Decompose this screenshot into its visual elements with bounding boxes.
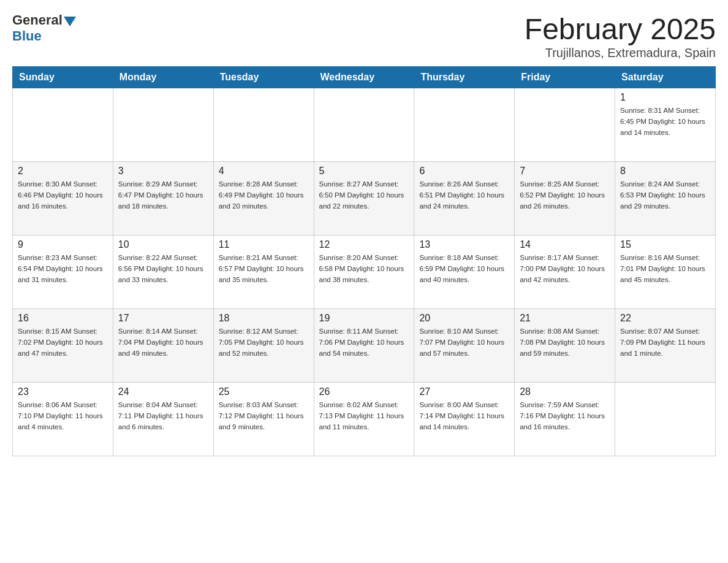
col-tuesday: Tuesday [213, 67, 314, 88]
day-number: 10 [118, 239, 208, 250]
day-number: 17 [118, 313, 208, 324]
table-row [314, 88, 414, 162]
day-info: Sunrise: 8:06 AM Sunset: 7:10 PM Dayligh… [18, 400, 108, 432]
logo-arrow-icon [64, 17, 76, 26]
day-info: Sunrise: 8:15 AM Sunset: 7:02 PM Dayligh… [18, 326, 108, 359]
day-info: Sunrise: 8:16 AM Sunset: 7:01 PM Dayligh… [620, 253, 710, 285]
table-row: 8Sunrise: 8:24 AM Sunset: 6:53 PM Daylig… [615, 162, 716, 236]
day-number: 16 [18, 313, 108, 324]
calendar-week-row: 9Sunrise: 8:23 AM Sunset: 6:54 PM Daylig… [13, 236, 716, 309]
table-row: 3Sunrise: 8:29 AM Sunset: 6:47 PM Daylig… [113, 162, 213, 236]
day-number: 15 [620, 239, 710, 250]
day-number: 22 [620, 313, 710, 324]
day-info: Sunrise: 8:00 AM Sunset: 7:14 PM Dayligh… [419, 400, 509, 432]
table-row: 27Sunrise: 8:00 AM Sunset: 7:14 PM Dayli… [414, 383, 515, 456]
table-row: 13Sunrise: 8:18 AM Sunset: 6:59 PM Dayli… [414, 236, 515, 309]
day-info: Sunrise: 8:17 AM Sunset: 7:00 PM Dayligh… [520, 253, 610, 285]
day-info: Sunrise: 8:21 AM Sunset: 6:57 PM Dayligh… [219, 253, 309, 285]
day-info: Sunrise: 8:03 AM Sunset: 7:12 PM Dayligh… [219, 400, 309, 432]
day-info: Sunrise: 8:27 AM Sunset: 6:50 PM Dayligh… [319, 179, 409, 212]
table-row: 21Sunrise: 8:08 AM Sunset: 7:08 PM Dayli… [515, 309, 615, 383]
day-number: 27 [419, 386, 509, 397]
day-info: Sunrise: 8:28 AM Sunset: 6:49 PM Dayligh… [219, 179, 309, 212]
day-info: Sunrise: 8:07 AM Sunset: 7:09 PM Dayligh… [620, 326, 710, 359]
table-row: 20Sunrise: 8:10 AM Sunset: 7:07 PM Dayli… [414, 309, 515, 383]
day-number: 14 [520, 239, 610, 250]
day-info: Sunrise: 7:59 AM Sunset: 7:16 PM Dayligh… [520, 400, 610, 432]
table-row: 7Sunrise: 8:25 AM Sunset: 6:52 PM Daylig… [515, 162, 615, 236]
table-row: 14Sunrise: 8:17 AM Sunset: 7:00 PM Dayli… [515, 236, 615, 309]
col-saturday: Saturday [615, 67, 716, 88]
col-friday: Friday [515, 67, 615, 88]
calendar-table: Sunday Monday Tuesday Wednesday Thursday… [12, 66, 716, 456]
calendar-week-row: 16Sunrise: 8:15 AM Sunset: 7:02 PM Dayli… [13, 309, 716, 383]
day-number: 3 [118, 166, 208, 177]
day-number: 20 [419, 313, 509, 324]
day-number: 23 [18, 386, 108, 397]
day-info: Sunrise: 8:12 AM Sunset: 7:05 PM Dayligh… [219, 326, 309, 359]
day-number: 28 [520, 386, 610, 397]
table-row: 11Sunrise: 8:21 AM Sunset: 6:57 PM Dayli… [213, 236, 314, 309]
day-info: Sunrise: 8:14 AM Sunset: 7:04 PM Dayligh… [118, 326, 208, 359]
day-number: 7 [520, 166, 610, 177]
day-number: 24 [118, 386, 208, 397]
calendar-title: February 2025 [525, 12, 716, 46]
day-info: Sunrise: 8:04 AM Sunset: 7:11 PM Dayligh… [118, 400, 208, 432]
col-thursday: Thursday [414, 67, 515, 88]
table-row: 23Sunrise: 8:06 AM Sunset: 7:10 PM Dayli… [13, 383, 113, 456]
table-row [515, 88, 615, 162]
day-info: Sunrise: 8:11 AM Sunset: 7:06 PM Dayligh… [319, 326, 409, 359]
table-row: 24Sunrise: 8:04 AM Sunset: 7:11 PM Dayli… [113, 383, 213, 456]
day-number: 19 [319, 313, 409, 324]
day-number: 18 [219, 313, 309, 324]
day-number: 9 [18, 239, 108, 250]
calendar-week-row: 2Sunrise: 8:30 AM Sunset: 6:46 PM Daylig… [13, 162, 716, 236]
day-info: Sunrise: 8:02 AM Sunset: 7:13 PM Dayligh… [319, 400, 409, 432]
table-row: 25Sunrise: 8:03 AM Sunset: 7:12 PM Dayli… [213, 383, 314, 456]
table-row: 18Sunrise: 8:12 AM Sunset: 7:05 PM Dayli… [213, 309, 314, 383]
table-row [13, 88, 113, 162]
table-row: 26Sunrise: 8:02 AM Sunset: 7:13 PM Dayli… [314, 383, 414, 456]
day-info: Sunrise: 8:18 AM Sunset: 6:59 PM Dayligh… [419, 253, 509, 285]
table-row: 10Sunrise: 8:22 AM Sunset: 6:56 PM Dayli… [113, 236, 213, 309]
table-row [615, 383, 716, 456]
day-number: 11 [219, 239, 309, 250]
day-info: Sunrise: 8:23 AM Sunset: 6:54 PM Dayligh… [18, 253, 108, 285]
day-info: Sunrise: 8:22 AM Sunset: 6:56 PM Dayligh… [118, 253, 208, 285]
table-row: 22Sunrise: 8:07 AM Sunset: 7:09 PM Dayli… [615, 309, 716, 383]
table-row: 1Sunrise: 8:31 AM Sunset: 6:45 PM Daylig… [615, 88, 716, 162]
col-monday: Monday [113, 67, 213, 88]
day-number: 8 [620, 166, 710, 177]
calendar-week-row: 23Sunrise: 8:06 AM Sunset: 7:10 PM Dayli… [13, 383, 716, 456]
day-info: Sunrise: 8:10 AM Sunset: 7:07 PM Dayligh… [419, 326, 509, 359]
day-info: Sunrise: 8:31 AM Sunset: 6:45 PM Dayligh… [620, 105, 710, 138]
day-number: 21 [520, 313, 610, 324]
table-row: 2Sunrise: 8:30 AM Sunset: 6:46 PM Daylig… [13, 162, 113, 236]
calendar-week-row: 1Sunrise: 8:31 AM Sunset: 6:45 PM Daylig… [13, 88, 716, 162]
day-info: Sunrise: 8:26 AM Sunset: 6:51 PM Dayligh… [419, 179, 509, 212]
day-number: 2 [18, 166, 108, 177]
calendar-subtitle: Trujillanos, Extremadura, Spain [525, 46, 716, 60]
table-row: 19Sunrise: 8:11 AM Sunset: 7:06 PM Dayli… [314, 309, 414, 383]
day-info: Sunrise: 8:29 AM Sunset: 6:47 PM Dayligh… [118, 179, 208, 212]
table-row: 15Sunrise: 8:16 AM Sunset: 7:01 PM Dayli… [615, 236, 716, 309]
table-row: 17Sunrise: 8:14 AM Sunset: 7:04 PM Dayli… [113, 309, 213, 383]
calendar-header-row: Sunday Monday Tuesday Wednesday Thursday… [13, 67, 716, 88]
col-sunday: Sunday [13, 67, 113, 88]
table-row: 9Sunrise: 8:23 AM Sunset: 6:54 PM Daylig… [13, 236, 113, 309]
day-info: Sunrise: 8:20 AM Sunset: 6:58 PM Dayligh… [319, 253, 409, 285]
day-number: 12 [319, 239, 409, 250]
day-number: 13 [419, 239, 509, 250]
day-number: 6 [419, 166, 509, 177]
table-row: 28Sunrise: 7:59 AM Sunset: 7:16 PM Dayli… [515, 383, 615, 456]
day-info: Sunrise: 8:24 AM Sunset: 6:53 PM Dayligh… [620, 179, 710, 212]
day-info: Sunrise: 8:30 AM Sunset: 6:46 PM Dayligh… [18, 179, 108, 212]
table-row [213, 88, 314, 162]
title-block: February 2025 Trujillanos, Extremadura, … [525, 12, 716, 60]
day-number: 25 [219, 386, 309, 397]
table-row: 12Sunrise: 8:20 AM Sunset: 6:58 PM Dayli… [314, 236, 414, 309]
logo: General Blue [12, 12, 76, 44]
day-number: 26 [319, 386, 409, 397]
table-row: 4Sunrise: 8:28 AM Sunset: 6:49 PM Daylig… [213, 162, 314, 236]
day-info: Sunrise: 8:25 AM Sunset: 6:52 PM Dayligh… [520, 179, 610, 212]
